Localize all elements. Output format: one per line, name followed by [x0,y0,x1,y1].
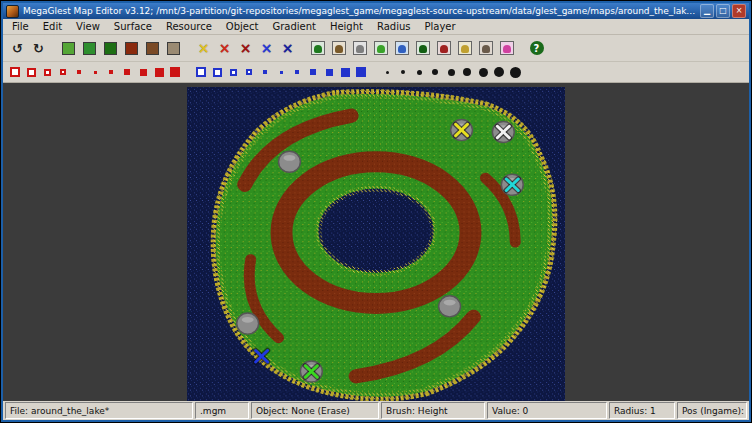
menu-object[interactable]: Object [219,21,266,32]
menu-resource[interactable]: Resource [159,21,219,32]
titlebar[interactable]: MegaGlest Map Editor v3.12; /mnt/3-parti… [3,3,749,19]
resource-custom2-icon[interactable]: × [256,38,277,59]
player-start-green [300,361,322,382]
menu-radius[interactable]: Radius [370,21,418,32]
height-brush--3[interactable] [39,64,55,80]
app-window: MegaGlest Map Editor v3.12; /mnt/3-parti… [0,0,752,423]
app-icon [6,5,19,18]
gradient-brush-0[interactable] [273,64,289,80]
undo-icon[interactable]: ↺ [7,38,28,59]
toolbar-main: ↺↻×××××? [3,35,749,62]
toolbar-brush [3,62,749,83]
radius-1[interactable] [379,64,395,80]
object-dead-tree-icon[interactable] [328,38,349,59]
radius-8[interactable] [491,64,507,80]
resource-custom1-icon[interactable]: × [235,38,256,59]
object-invisible-blocking-icon[interactable] [496,38,517,59]
object-stone-icon[interactable] [349,38,370,59]
height-brush-3[interactable] [135,64,151,80]
radius-9[interactable] [507,64,523,80]
help-icon[interactable]: ? [526,38,547,59]
status-radius: Radius: 1 [609,402,675,419]
height-brush-2[interactable] [119,64,135,80]
stone-object-2 [237,313,259,334]
stone-object-3 [439,296,461,317]
radius-3[interactable] [411,64,427,80]
height-brush--1[interactable] [71,64,87,80]
player-start-yellow [451,120,473,141]
player-start-white [492,121,514,142]
radius-2[interactable] [395,64,411,80]
object-mountain-icon[interactable] [475,38,496,59]
menu-surface[interactable]: Surface [107,21,159,32]
height-brush--4[interactable] [23,64,39,80]
radius-5[interactable] [443,64,459,80]
window-inner: MegaGlest Map Editor v3.12; /mnt/3-parti… [3,3,749,420]
object-hanged-icon[interactable] [433,38,454,59]
resource-stone-icon[interactable]: × [214,38,235,59]
gradient-brush-5[interactable] [353,64,369,80]
window-title: MegaGlest Map Editor v3.12; /mnt/3-parti… [23,6,696,16]
surface-dark-grass-icon[interactable] [100,38,121,59]
menu-height[interactable]: Height [323,21,370,32]
close-button[interactable]: × [732,4,746,18]
height-brush-1[interactable] [103,64,119,80]
status-brush: Brush: Height [381,402,485,419]
gradient-brush--4[interactable] [209,64,225,80]
surface-road-icon[interactable] [121,38,142,59]
minimize-button[interactable]: ▁ [700,4,714,18]
height-brush--2[interactable] [55,64,71,80]
map-lake [318,189,433,273]
redo-icon[interactable]: ↻ [28,38,49,59]
window-controls: ▁□× [700,4,746,18]
status-object: Object: None (Erase) [251,402,379,419]
gradient-brush--5[interactable] [193,64,209,80]
object-water-object-icon[interactable] [391,38,412,59]
object-bush-icon[interactable] [370,38,391,59]
gradient-brush-4[interactable] [337,64,353,80]
gradient-brush-1[interactable] [289,64,305,80]
radius-6[interactable] [459,64,475,80]
menu-gradient[interactable]: Gradient [265,21,323,32]
menubar: FileEditViewSurfaceResourceObjectGradien… [3,19,749,35]
resource-custom3-icon[interactable]: × [277,38,298,59]
editor-canvas[interactable] [3,83,749,401]
surface-stone-icon[interactable] [142,38,163,59]
status-position: Pos (Ingame): 110,5 (220,10) [677,402,747,419]
radius-4[interactable] [427,64,443,80]
gradient-brush--3[interactable] [225,64,241,80]
status-extension: .mgm [195,402,249,419]
statusbar: File: around_the_lake* .mgm Object: None… [3,401,749,420]
object-tree-icon[interactable] [307,38,328,59]
object-big-tree-icon[interactable] [412,38,433,59]
radius-7[interactable] [475,64,491,80]
resource-gold-icon[interactable]: × [193,38,214,59]
height-brush-4[interactable] [151,64,167,80]
status-value: Value: 0 [487,402,607,419]
maximize-button[interactable]: □ [716,4,730,18]
height-brush-0[interactable] [87,64,103,80]
surface-ground-icon[interactable] [163,38,184,59]
menu-edit[interactable]: Edit [36,21,69,32]
menu-view[interactable]: View [69,21,107,32]
surface-secondary-grass-icon[interactable] [79,38,100,59]
surface-grass-icon[interactable] [58,38,79,59]
player-start-cyan [501,174,523,195]
status-file: File: around_the_lake* [5,402,193,419]
gradient-brush-2[interactable] [305,64,321,80]
height-brush--5[interactable] [7,64,23,80]
gradient-brush--1[interactable] [257,64,273,80]
height-brush-5[interactable] [167,64,183,80]
map-view[interactable] [187,87,565,401]
menu-player[interactable]: Player [418,21,463,32]
stone-object-1 [279,151,301,172]
menu-file[interactable]: File [5,21,36,32]
object-statue-icon[interactable] [454,38,475,59]
gradient-brush-3[interactable] [321,64,337,80]
gradient-brush--2[interactable] [241,64,257,80]
